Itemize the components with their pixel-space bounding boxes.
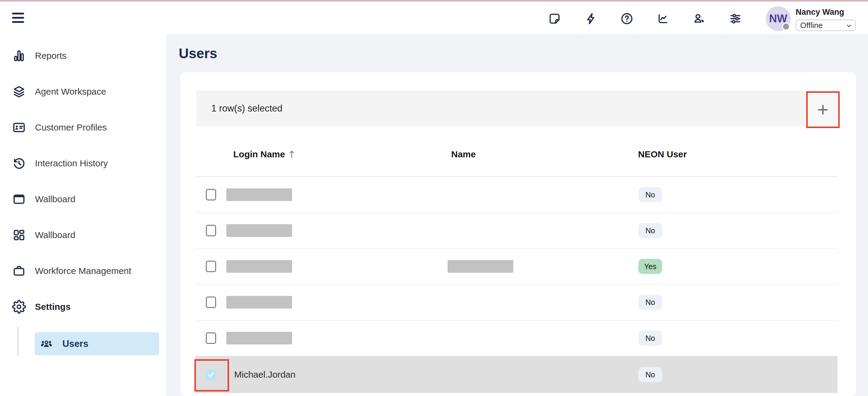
note-icon (548, 12, 561, 25)
row-checkbox[interactable] (206, 189, 216, 201)
people-icon (692, 12, 706, 25)
redacted-name (447, 260, 513, 273)
topbar-icon-group (548, 12, 742, 25)
sidebar-item-settings[interactable]: Settings (0, 289, 166, 325)
sidebar-item-label: Wallboard (35, 230, 75, 240)
sidebar-item-label: Interaction History (35, 158, 108, 169)
table-row[interactable]: Yes (195, 249, 838, 284)
column-header-label: NEON User (638, 149, 687, 159)
redacted-login-name (226, 260, 292, 273)
id-card-icon (12, 121, 26, 134)
table-row-selected[interactable]: Michael.Jordan No (195, 356, 838, 393)
row-checkbox[interactable] (206, 297, 216, 308)
sidebar-item-customer-profiles[interactable]: Customer Profiles (0, 110, 166, 145)
neon-user-badge: No (638, 223, 662, 238)
main-content: Users 1 row(s) selected + Login Name (166, 34, 868, 396)
sidebar-item-workforce-management[interactable]: Workforce Management (0, 253, 166, 289)
neon-user-badge: No (638, 367, 662, 382)
neon-user-badge: Yes (638, 259, 662, 274)
column-header-label: Name (451, 149, 476, 159)
redacted-login-name (226, 296, 292, 309)
column-header-label: Login Name (233, 149, 285, 159)
layers-icon (12, 85, 26, 98)
sidebar: Reports Agent Workspace Customer Profile… (0, 34, 166, 396)
analytics-button[interactable] (656, 12, 670, 25)
lightning-icon (584, 12, 597, 25)
column-header-name[interactable]: Name (451, 149, 476, 159)
users-group-icon (40, 338, 53, 350)
subitem-tree-line (18, 327, 19, 356)
table-row[interactable]: No (195, 177, 838, 213)
users-table-body: No No Yes No (195, 177, 838, 393)
column-header-login-name[interactable]: Login Name (233, 149, 296, 159)
contacts-button[interactable] (692, 12, 706, 25)
help-button[interactable] (620, 12, 633, 25)
sidebar-item-agent-workspace[interactable]: Agent Workspace (0, 73, 166, 110)
status-select-value: Offline (800, 21, 823, 30)
quick-actions-button[interactable] (584, 12, 597, 25)
users-card: 1 row(s) selected + Login Name Name (180, 72, 856, 396)
sidebar-item-label: Customer Profiles (35, 122, 107, 132)
sort-ascending-icon (288, 150, 296, 159)
table-row[interactable]: No (195, 321, 838, 356)
page-title: Users (179, 45, 217, 61)
sidebar-item-label: Users (62, 338, 88, 349)
add-user-button[interactable]: + (806, 91, 840, 128)
preferences-button[interactable] (729, 12, 742, 25)
status-dot (782, 23, 790, 30)
column-header-neon-user[interactable]: NEON User (638, 149, 687, 159)
sidebar-item-reports[interactable]: Reports (0, 38, 166, 73)
gear-icon (12, 300, 26, 314)
status-select[interactable]: Offline (796, 20, 856, 31)
topbar: NW Nancy Wang Offline (0, 1, 868, 34)
neon-user-badge: No (638, 187, 662, 202)
sidebar-item-label: Reports (35, 51, 67, 61)
plus-icon: + (817, 98, 829, 121)
table-row[interactable]: No (195, 213, 838, 249)
history-icon (12, 156, 26, 170)
sidebar-item-label: Wallboard (35, 194, 75, 204)
sidebar-item-wallboard-window[interactable]: Wallboard (0, 181, 166, 217)
sidebar-item-label: Agent Workspace (35, 87, 106, 97)
selection-bar: 1 row(s) selected (196, 90, 806, 127)
table-row[interactable]: No (195, 284, 838, 321)
login-name-text: Michael.Jordan (234, 369, 296, 380)
row-checkbox[interactable] (206, 261, 216, 272)
dashboard-grid-icon (12, 228, 26, 242)
sliders-icon (729, 12, 742, 25)
table-header: Login Name Name NEON User (195, 142, 838, 167)
selection-count-text: 1 row(s) selected (211, 103, 282, 114)
help-icon (620, 12, 633, 25)
sidebar-item-label: Settings (35, 302, 70, 312)
user-name: Nancy Wang (796, 7, 856, 17)
notes-button[interactable] (548, 12, 561, 25)
avatar[interactable]: NW (766, 6, 790, 31)
sidebar-item-wallboard-dashboard[interactable]: Wallboard (0, 217, 166, 253)
neon-user-badge: No (638, 331, 662, 346)
briefcase-icon (12, 264, 26, 278)
hamburger-menu-button[interactable] (12, 11, 25, 24)
app-window: NW Nancy Wang Offline Reports (0, 0, 868, 396)
neon-user-badge: No (638, 295, 662, 310)
redacted-login-name (226, 224, 292, 237)
annotation-checkbox-highlight (194, 359, 229, 392)
bar-chart-icon (12, 49, 26, 63)
window-icon (12, 192, 26, 206)
sidebar-item-users[interactable]: Users (35, 332, 159, 355)
redacted-login-name (226, 332, 292, 344)
user-block: Nancy Wang Offline (796, 7, 856, 31)
redacted-login-name (226, 188, 292, 201)
row-checkbox[interactable] (206, 332, 216, 344)
line-chart-icon (656, 12, 670, 25)
chevron-down-icon (846, 23, 852, 29)
row-checkbox[interactable] (206, 225, 216, 236)
sidebar-item-interaction-history[interactable]: Interaction History (0, 145, 166, 181)
sidebar-item-label: Workforce Management (35, 266, 131, 276)
